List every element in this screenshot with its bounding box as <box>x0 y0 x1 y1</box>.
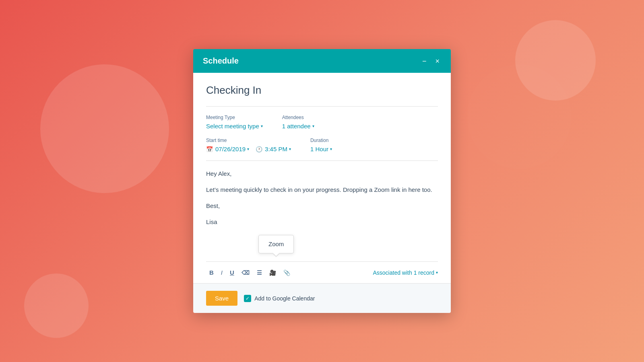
time-chevron-icon: ▾ <box>289 147 291 151</box>
modal-wrapper: Schedule − × Checking In Meeting Type Se… <box>193 49 451 313</box>
duration-group: Duration 1 Hour ▾ <box>310 138 332 152</box>
attach-button[interactable]: 📎 <box>280 267 293 278</box>
duration-value: 1 Hour <box>310 146 328 152</box>
eraser-icon: ⌫ <box>242 269 250 276</box>
zoom-tooltip: Zoom <box>258 235 294 253</box>
video-button[interactable]: 🎥 <box>266 267 279 278</box>
list-button[interactable]: ☰ <box>254 267 265 278</box>
time-value: 3:45 PM ▾ <box>265 146 291 152</box>
google-cal-wrapper: ✓ Add to Google Calendar <box>244 295 315 302</box>
time-fields-row: Start time 📅 07/26/2019 ▾ 🕐 <box>206 138 438 152</box>
schedule-modal: Schedule − × Checking In Meeting Type Se… <box>193 49 451 313</box>
modal-header: Schedule − × <box>193 49 451 73</box>
italic-button[interactable]: I <box>218 267 226 278</box>
meeting-type-chevron-icon: ▾ <box>261 124 263 128</box>
modal-title: Schedule <box>203 56 239 66</box>
date-picker[interactable]: 📅 07/26/2019 ▾ <box>206 146 249 152</box>
save-button[interactable]: Save <box>206 291 237 306</box>
calendar-icon: 📅 <box>206 146 213 152</box>
modal-footer: Save ✓ Add to Google Calendar <box>193 283 451 313</box>
duration-dropdown[interactable]: 1 Hour ▾ <box>310 146 332 152</box>
date-chevron-icon: ▾ <box>247 147 249 151</box>
associated-record-chevron-icon: ▾ <box>436 270 438 275</box>
time-picker[interactable]: 🕐 3:45 PM ▾ <box>256 146 291 152</box>
close-button[interactable]: × <box>433 57 441 66</box>
event-title: Checking In <box>206 84 438 97</box>
top-fields-row: Meeting Type Select meeting type ▾ Atten… <box>206 115 438 130</box>
email-name: Lisa <box>206 217 438 227</box>
paperclip-icon: 📎 <box>283 269 290 276</box>
google-cal-label: Add to Google Calendar <box>254 295 315 302</box>
attendees-dropdown[interactable]: 1 attendee ▾ <box>282 123 314 130</box>
list-icon: ☰ <box>257 269 262 276</box>
modal-body: Checking In Meeting Type Select meeting … <box>193 73 451 283</box>
start-time-row: 📅 07/26/2019 ▾ 🕐 3:45 PM ▾ <box>206 146 291 152</box>
attendees-group: Attendees 1 attendee ▾ <box>282 115 314 130</box>
duration-label: Duration <box>310 138 332 143</box>
meeting-type-label: Meeting Type <box>206 115 263 120</box>
associated-record-label: Associated with 1 record <box>373 269 434 276</box>
email-sign-off: Best, <box>206 201 438 211</box>
clock-icon: 🕐 <box>256 146 262 152</box>
start-time-label: Start time <box>206 138 291 143</box>
email-greeting: Hey Alex, <box>206 169 438 179</box>
start-time-group: Start time 📅 07/26/2019 ▾ 🕐 <box>206 138 291 152</box>
header-actions: − × <box>421 57 441 66</box>
underline-button[interactable]: U <box>227 267 237 278</box>
divider-1 <box>206 106 438 107</box>
email-content: Let’s meeting quickly to check in on you… <box>206 185 438 195</box>
minimize-button[interactable]: − <box>421 57 428 66</box>
attendees-label: Attendees <box>282 115 314 120</box>
zoom-tooltip-container: Zoom <box>258 235 294 253</box>
meeting-type-value: Select meeting type <box>206 123 259 130</box>
checkmark-icon: ✓ <box>246 296 250 301</box>
duration-chevron-icon: ▾ <box>330 147 332 151</box>
attendees-chevron-icon: ▾ <box>312 124 314 128</box>
meeting-type-dropdown[interactable]: Select meeting type ▾ <box>206 123 263 130</box>
meeting-type-group: Meeting Type Select meeting type ▾ <box>206 115 263 130</box>
eraser-button[interactable]: ⌫ <box>238 267 253 278</box>
formatting-toolbar: B I U ⌫ ☰ 🎥 📎 Associat <box>206 262 438 283</box>
email-body[interactable]: Hey Alex, Let’s meeting quickly to check… <box>206 161 438 253</box>
google-cal-checkbox[interactable]: ✓ <box>244 295 251 302</box>
associated-record-dropdown[interactable]: Associated with 1 record ▾ <box>373 269 438 276</box>
date-value: 07/26/2019 ▾ <box>215 146 249 152</box>
attendees-value: 1 attendee <box>282 123 311 130</box>
bold-button[interactable]: B <box>206 267 217 278</box>
video-icon: 🎥 <box>269 269 276 276</box>
